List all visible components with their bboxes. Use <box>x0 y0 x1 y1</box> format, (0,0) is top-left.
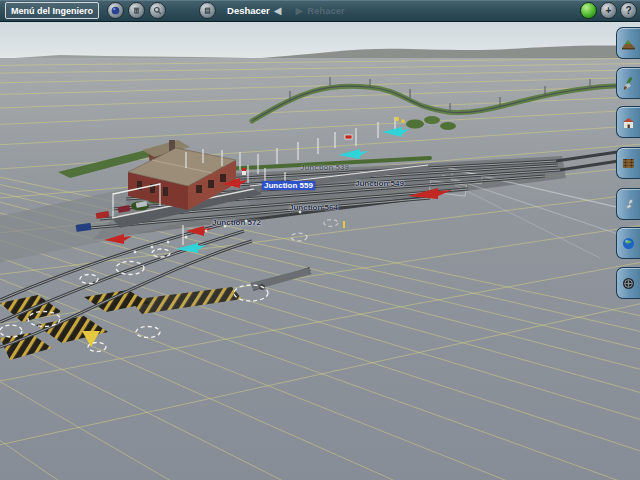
tab-trains[interactable] <box>616 267 640 299</box>
app-window: Junction 539Junction 549Junction 559Junc… <box>0 0 640 480</box>
toolbar-right-group: + ? <box>577 2 637 19</box>
tab-world[interactable] <box>616 227 640 259</box>
junction-label[interactable]: Junction 539 <box>300 163 349 172</box>
terrain-icon <box>621 36 636 51</box>
redo-button: Rehacer <box>307 5 345 16</box>
save-tool-button[interactable] <box>199 2 216 19</box>
junction-label[interactable]: Junction 549 <box>355 179 404 188</box>
help-button[interactable]: ? <box>620 2 637 19</box>
tab-terrain[interactable] <box>616 27 640 59</box>
globe-icon <box>621 236 636 251</box>
add-button[interactable]: + <box>600 2 617 19</box>
engineer-menu-button[interactable]: Menú del Ingeniero <box>5 2 99 19</box>
trash-icon <box>132 6 141 15</box>
building-icon <box>621 115 636 130</box>
track-icon <box>621 156 636 171</box>
redo-arrow-icon: ▶ <box>296 5 304 16</box>
junction-label[interactable]: Junction 564 <box>289 203 338 212</box>
train-wheel-icon <box>621 276 636 291</box>
undo-arrow-icon[interactable]: ◀ <box>274 5 282 16</box>
wrench-icon <box>621 197 636 212</box>
undo-button[interactable]: Deshacer <box>227 5 270 16</box>
junction-label[interactable]: Junction 559 <box>262 181 315 190</box>
tab-paint[interactable] <box>616 67 640 99</box>
terrain <box>0 58 640 480</box>
tab-track[interactable] <box>616 147 640 179</box>
delete-tool-button[interactable] <box>128 2 145 19</box>
list-icon <box>203 6 212 15</box>
status-indicator[interactable] <box>580 2 597 19</box>
tab-objects[interactable] <box>616 106 640 138</box>
paintbrush-icon <box>621 76 636 91</box>
junction-label[interactable]: Junction 572 <box>212 218 261 227</box>
find-tool-button[interactable] <box>149 2 166 19</box>
sphere-tool-button[interactable] <box>107 2 124 19</box>
sphere-icon <box>111 6 120 15</box>
top-toolbar: Menú del Ingeniero <box>0 0 640 22</box>
search-icon <box>153 6 162 15</box>
world-viewport[interactable] <box>0 0 640 480</box>
tab-tools[interactable] <box>616 188 640 220</box>
